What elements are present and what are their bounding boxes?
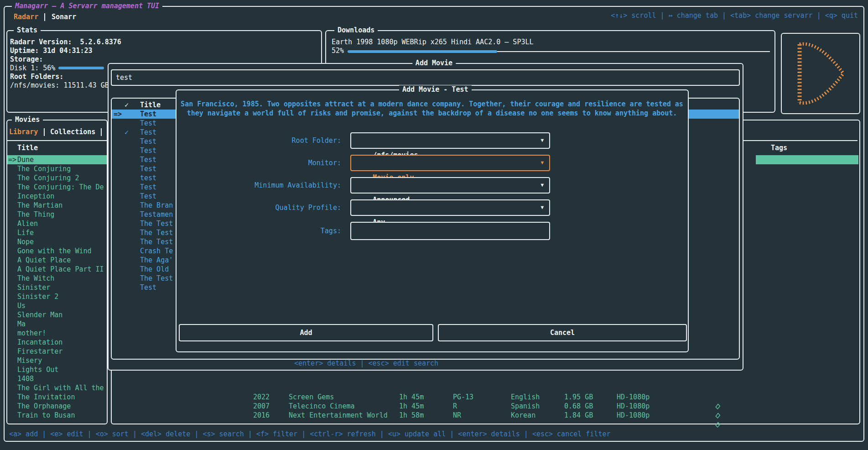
tab-collections[interactable]: Collections — [50, 127, 95, 136]
movie-row[interactable]: Life — [7, 228, 107, 237]
cell-cq: HD-1080p — [617, 402, 650, 411]
chevron-down-icon: ▼ — [541, 200, 544, 215]
search-input[interactable] — [111, 69, 740, 86]
result-title: test — [140, 173, 156, 183]
result-title: The Test — [140, 219, 173, 228]
cell-cy: 2016 — [253, 411, 270, 420]
movie-row[interactable]: A Quiet Place Part II — [7, 265, 107, 274]
movie-row[interactable]: Misery — [7, 356, 107, 365]
popup-footer-help: <enter> details | <esc> edit search — [294, 359, 438, 368]
cell-cs: Next Entertainment World — [289, 411, 388, 420]
checkmark-icon: ✓ — [125, 128, 129, 137]
movie-row[interactable]: Us — [7, 301, 107, 310]
movie-row[interactable]: Sinister 2 — [7, 292, 107, 301]
movie-title: A Quiet Place Part II — [17, 265, 104, 274]
movie-title: Firestarter — [17, 347, 62, 356]
movie-row[interactable]: A Quiet Place — [7, 256, 107, 265]
library-table-row[interactable]: 2022Screen Gems1h 45mPG-13English1.95 GB… — [0, 392, 868, 402]
download-item: Earth 1998 1080p WEBRip x265 Hindi AAC2.… — [332, 37, 534, 47]
tab-separator — [44, 13, 45, 21]
tags-label: Tags: — [176, 222, 345, 240]
minimum-availability-select[interactable]: Announced ▼ — [350, 177, 550, 194]
cell-cl: English — [511, 392, 540, 402]
movie-title: Incantation — [17, 338, 62, 347]
selected-row-tags-highlight — [756, 155, 858, 164]
tags-input[interactable] — [350, 222, 550, 240]
movie-row[interactable]: The Conjuring — [7, 164, 107, 173]
movie-row[interactable]: Slender Man — [7, 310, 107, 319]
movie-row[interactable]: 1408 — [7, 374, 107, 383]
cell-cg: NR — [453, 411, 461, 420]
movie-title: Life — [17, 228, 34, 237]
result-title: Test — [140, 146, 156, 155]
result-title: Test — [140, 119, 156, 128]
movie-row[interactable]: Inception — [7, 192, 107, 201]
result-title: Test — [140, 164, 156, 173]
root-folder-select[interactable]: /nfs/movies ▼ — [350, 132, 550, 149]
movie-row[interactable]: Incantation — [7, 338, 107, 347]
stats-storage-label: Storage: — [10, 55, 43, 64]
cell-cz: 1.95 GB — [564, 392, 593, 402]
cell-cq: HD-1080p — [617, 392, 650, 402]
result-title: Test — [140, 110, 156, 119]
tags-column-header: Tags — [771, 143, 787, 152]
tab-radarr[interactable]: Radarr — [14, 12, 38, 21]
movie-overview-line1: San Francisco, 1985. Two opposites attra… — [181, 99, 683, 109]
movie-title: Misery — [17, 356, 42, 365]
movie-title: The Conjuring 2 — [17, 173, 79, 183]
cell-cs: Telecinco Cinema — [289, 402, 355, 411]
add-button[interactable]: Add — [179, 324, 433, 341]
movie-title: Dune — [17, 155, 34, 164]
tag-icon — [714, 422, 721, 428]
result-title: The Test — [140, 237, 173, 246]
movie-row[interactable]: Lights Out — [7, 365, 107, 374]
disk-usage-bar — [58, 67, 104, 69]
movie-title: The Thing — [17, 210, 54, 219]
add-movie-dialog-title: Add Movie - Test — [399, 85, 472, 94]
movie-title: The Martian — [17, 201, 62, 210]
cell-cg: PG-13 — [453, 392, 473, 402]
movie-row[interactable]: Nope — [7, 237, 107, 246]
root-folder-label: Root Folder: — [176, 132, 345, 149]
movie-title: The Witch — [17, 274, 54, 283]
movie-row[interactable]: =>Dune — [7, 155, 107, 164]
tab-sonarr[interactable]: Sonarr — [52, 12, 76, 21]
movies-title-header: Title — [17, 143, 38, 152]
cell-cy: 2022 — [253, 392, 270, 402]
monitor-select[interactable]: Movie only ▼ — [350, 155, 550, 171]
movie-title: Slender Man — [17, 310, 62, 319]
window-title: Managarr – A Servarr management TUI — [12, 2, 162, 10]
movie-row[interactable]: The Conjuring 2 — [7, 173, 107, 183]
cell-cr: 1h 45m — [399, 402, 424, 411]
selection-arrow: => — [114, 110, 122, 119]
minimum-availability-label: Minimum Availability: — [176, 177, 345, 194]
library-table-row[interactable]: 2007Telecinco Cinema1h 45mRSpanish0.68 G… — [0, 402, 868, 411]
add-movie-popup-title: Add Movie — [412, 59, 456, 67]
result-title: Crash Te — [140, 246, 173, 256]
result-title: Test — [140, 283, 156, 292]
movie-title: Alien — [17, 219, 38, 228]
movie-row[interactable]: The Witch — [7, 274, 107, 283]
chevron-down-icon: ▼ — [541, 133, 544, 148]
movie-row[interactable]: Alien — [7, 219, 107, 228]
movie-row[interactable]: mother! — [7, 329, 107, 338]
result-title: The Test — [140, 274, 173, 283]
movie-row[interactable]: Sinister — [7, 283, 107, 292]
movie-row[interactable]: Firestarter — [7, 347, 107, 356]
movie-row[interactable]: The Martian — [7, 201, 107, 210]
stats-disk: Disk 1: 56% — [10, 63, 55, 73]
movie-row[interactable]: The Thing — [7, 210, 107, 219]
library-table-row[interactable]: 2016Next Entertainment World1h 58mNRKore… — [0, 411, 868, 420]
movie-list: =>DuneThe ConjuringThe Conjuring 2The Co… — [7, 155, 107, 420]
quality-profile-select[interactable]: Any ▼ — [350, 199, 550, 216]
tab-library[interactable]: Library — [9, 127, 38, 136]
movie-row[interactable]: The Girl with All the — [7, 383, 107, 392]
movie-title: Nope — [17, 237, 34, 246]
movie-title: Us — [17, 301, 26, 310]
movie-row[interactable]: Ma — [7, 319, 107, 329]
tag-icon-wrap — [706, 412, 721, 430]
movie-row[interactable]: Gone with the Wind — [7, 246, 107, 256]
cancel-button[interactable]: Cancel — [438, 324, 687, 341]
movie-row[interactable]: The Conjuring: The De — [7, 183, 107, 192]
cell-cz: 1.84 GB — [564, 411, 593, 420]
